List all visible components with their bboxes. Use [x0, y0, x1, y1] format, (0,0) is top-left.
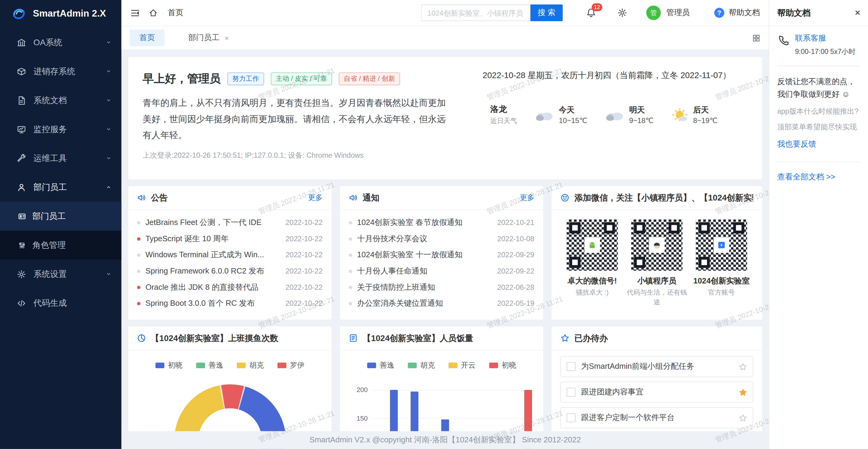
sidebar-item-department[interactable]: 部门员工 [0, 173, 122, 202]
view-all-docs-link[interactable]: 查看全部文档 >> [777, 172, 860, 182]
last-login-info: 上次登录:2022-10-26 17:50:51; IP:127.0.0.1; … [143, 151, 477, 160]
menu-fold-icon[interactable] [130, 8, 140, 18]
notice-row[interactable]: 1024创新实验室 十一放假通知2022-09-29 [349, 247, 534, 263]
notice-row[interactable]: 十月份人事任命通知2022-09-22 [349, 263, 534, 279]
sidebar-subitem-department-staff[interactable]: 部门员工 [0, 202, 122, 231]
chevron-down-icon [106, 39, 111, 45]
qr-code [566, 219, 619, 271]
y-axis-tick: 150 [352, 414, 368, 422]
more-link[interactable]: 更多 [520, 193, 534, 203]
close-icon[interactable]: × [855, 8, 860, 18]
weather-day-after: 后天8~19℃ [671, 105, 717, 125]
tab-department[interactable]: 部门员工 × [179, 30, 238, 46]
chevron-down-icon [106, 97, 111, 103]
chevron-down-icon [106, 155, 111, 161]
sidebar-nav: OA系统 进销存系统 系统文档 监控服务 运维工具 [0, 28, 122, 318]
sidebar-item-oa[interactable]: OA系统 [0, 28, 122, 57]
tab-home[interactable]: 首页 [130, 30, 164, 46]
cloudy-icon [535, 109, 554, 121]
feedback-question: app版本什么时候能推出? [777, 106, 860, 117]
contact-support-link[interactable]: 联系客服 [795, 33, 826, 42]
smiley-icon [560, 193, 569, 202]
notifications-button[interactable]: 12 [586, 8, 596, 18]
search-button[interactable]: 搜 索 [530, 4, 563, 21]
more-link[interactable]: 更多 [308, 193, 323, 203]
announcement-row[interactable]: Spring Framework 6.0.0 RC2 发布2022-10-22 [137, 263, 322, 279]
todo-item[interactable]: 跟进客户定制一个软件平台 [560, 407, 753, 428]
card-title: 【1024创新实验室】人员饭量 [363, 333, 534, 344]
close-tab-icon[interactable]: × [224, 34, 228, 42]
wechat-card: 添加微信，关注【小镇程序员】、【1024创新实验室】 卓大的微信号! 骚扰卓大 … [552, 186, 762, 320]
announcement-row[interactable]: TypeScript 诞生 10 周年2022-10-22 [137, 231, 322, 247]
sidebar: SmartAdmin 2.X OA系统 进销存系统 系统文档 监控服务 [0, 0, 122, 449]
star-toggle[interactable] [739, 414, 747, 422]
contact-support: 联系客服 9:00-17:00 5x7小时 [777, 33, 860, 57]
legend-swatch [237, 363, 246, 368]
announcement-row[interactable]: Windows Terminal 正式成为 Win...2022-10-22 [137, 247, 322, 263]
sidebar-item-docs[interactable]: 系统文档 [0, 86, 122, 115]
sidebar-item-ops[interactable]: 运维工具 [0, 144, 122, 173]
todo-item[interactable]: 跟进团建内容事宜 [560, 381, 753, 403]
code-icon [17, 298, 26, 308]
notice-row[interactable]: 关于疫情防控上班通知2022-06-28 [349, 279, 534, 295]
checkbox[interactable] [567, 413, 576, 422]
status-dot [137, 269, 140, 272]
notice-row[interactable]: 十月份技术分享会议2022-10-08 [349, 231, 534, 247]
announcement-list: JetBrains Fleet 公测，下一代 IDE2022-10-22 Typ… [128, 210, 332, 311]
sidebar-item-monitor[interactable]: 监控服务 [0, 115, 122, 144]
topbar-right: 搜 索 12 管 管理员 ? 帮助文档 [421, 4, 760, 21]
logo-icon [11, 6, 27, 22]
feedback-title: 反馈让您不满意的点，我们争取做到更好 ☺ [777, 75, 860, 101]
pie-chart-icon [137, 333, 146, 343]
announcement-row[interactable]: Oracle 推出 JDK 8 的直接替代品2022-10-22 [137, 279, 322, 295]
sun-icon [671, 108, 688, 122]
status-dot [349, 221, 352, 224]
qr-code [695, 219, 748, 271]
meal-bar-card: 【1024创新实验室】人员饭量 善逸 胡克 开云 初晓 200 150 [340, 326, 543, 449]
notice-row[interactable]: 1024创新实验室 春节放假通知2022-10-21 [349, 215, 534, 231]
settings-button[interactable] [617, 8, 627, 18]
announcement-row[interactable]: JetBrains Fleet 公测，下一代 IDE2022-10-22 [137, 215, 322, 231]
help-icon[interactable]: ? [714, 8, 724, 18]
status-dot [349, 253, 352, 257]
legend-swatch [407, 363, 416, 368]
sidebar-submenu: 部门员工 角色管理 [0, 202, 122, 260]
sidebar-subitem-role-management[interactable]: 角色管理 [0, 231, 122, 260]
sidebar-item-settings[interactable]: 系统设置 [0, 260, 122, 289]
username[interactable]: 管理员 [666, 8, 690, 18]
topbar: 首页 搜 索 12 管 管理员 ? 帮助文档 [122, 0, 769, 26]
status-dot [137, 286, 140, 289]
chevron-down-icon [106, 126, 111, 132]
checkbox[interactable] [567, 388, 576, 397]
help-panel: 帮助文档 × 联系客服 9:00-17:00 5x7小时 反馈让您不满意的点，我… [769, 0, 868, 449]
wrench-icon [17, 154, 26, 163]
y-axis-tick: 200 [352, 386, 368, 394]
status-dot [349, 286, 352, 289]
breadcrumb[interactable]: 首页 [168, 8, 183, 18]
notice-card: 通知 更多 1024创新实验室 春节放假通知2022-10-21 十月份技术分享… [340, 186, 543, 320]
tag-proactive: 主动 / 皮实 / 可靠 [271, 72, 332, 85]
greeting-card: 早上好，管理员 努力工作 主动 / 皮实 / 可靠 自省 / 精进 / 创新 青… [128, 57, 762, 179]
date-info: 2022-10-28 星期五，农历十月初四（当前霜降，立冬 2022-11-07… [483, 70, 731, 81]
sidebar-item-codegen[interactable]: 代码生成 [0, 289, 122, 318]
todo-item[interactable]: 为SmartAdmin前端小组分配任务 [560, 356, 753, 377]
card-title: 公告 [151, 192, 303, 203]
star-toggle[interactable] [739, 362, 747, 371]
help-docs-link[interactable]: 帮助文档 [728, 8, 760, 18]
app-title: SmartAdmin 2.X [33, 8, 106, 20]
sidebar-item-inventory[interactable]: 进销存系统 [0, 57, 122, 86]
notice-row[interactable]: 办公室消杀关键位置通知2022-05-19 [349, 295, 534, 312]
avatar[interactable]: 管 [646, 5, 661, 20]
tag-introspect: 自省 / 精进 / 创新 [339, 72, 400, 85]
checkbox[interactable] [567, 362, 576, 371]
app-logo[interactable]: SmartAdmin 2.X [0, 0, 122, 28]
support-hours: 9:00-17:00 5x7小时 [795, 47, 855, 57]
give-feedback-link[interactable]: 我也要反馈 [777, 139, 860, 149]
star-toggle[interactable] [739, 388, 747, 396]
search-input[interactable] [421, 4, 530, 21]
megaphone-icon [349, 193, 358, 202]
qr-code [631, 219, 683, 271]
layout-grid-icon[interactable] [752, 34, 761, 42]
announcement-row[interactable]: Spring Boot 3.0.0 首个 RC 发布2022-10-22 [137, 295, 322, 312]
home-icon[interactable] [149, 8, 158, 18]
